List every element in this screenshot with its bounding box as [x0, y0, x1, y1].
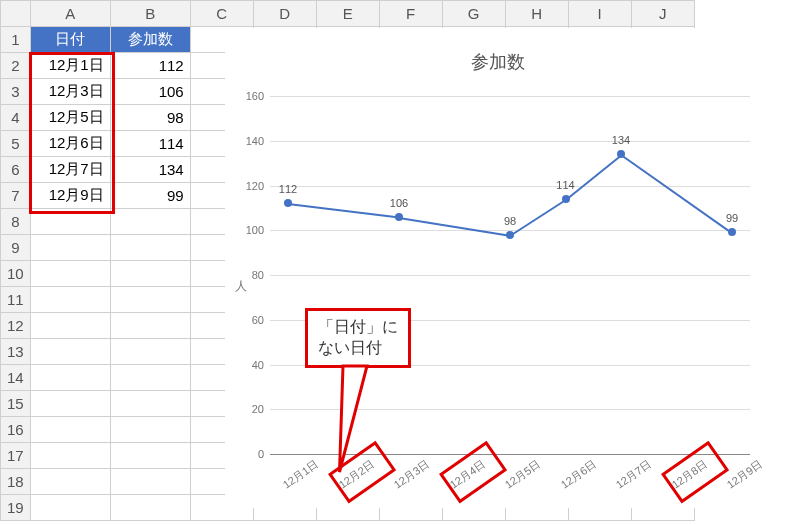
row-header[interactable]: 3 [1, 79, 31, 105]
date-cell[interactable]: 12月5日 [30, 105, 110, 131]
value-cell[interactable]: 112 [110, 53, 190, 79]
cell[interactable] [30, 443, 110, 469]
cell[interactable] [110, 339, 190, 365]
cell[interactable] [30, 313, 110, 339]
cell[interactable] [110, 235, 190, 261]
cell[interactable] [110, 495, 190, 521]
row-header[interactable]: 9 [1, 235, 31, 261]
header-cell-date[interactable]: 日付 [30, 27, 110, 53]
cell[interactable] [110, 443, 190, 469]
cell[interactable] [30, 235, 110, 261]
row-header[interactable]: 1 [1, 27, 31, 53]
col-header[interactable]: E [316, 1, 379, 27]
cell[interactable] [30, 495, 110, 521]
cell[interactable] [30, 417, 110, 443]
row-header[interactable]: 10 [1, 261, 31, 287]
cell[interactable] [30, 469, 110, 495]
value-cell[interactable]: 114 [110, 131, 190, 157]
date-cell[interactable]: 12月6日 [30, 131, 110, 157]
cell[interactable] [110, 313, 190, 339]
row-header[interactable]: 15 [1, 391, 31, 417]
row-header[interactable]: 4 [1, 105, 31, 131]
cell[interactable] [110, 391, 190, 417]
cell[interactable] [30, 287, 110, 313]
row-header[interactable]: 19 [1, 495, 31, 521]
row-header[interactable]: 6 [1, 157, 31, 183]
cell[interactable] [110, 287, 190, 313]
date-cell[interactable]: 12月9日 [30, 183, 110, 209]
row-header[interactable]: 17 [1, 443, 31, 469]
col-header[interactable]: H [505, 1, 568, 27]
col-header[interactable]: F [379, 1, 442, 27]
row-header[interactable]: 16 [1, 417, 31, 443]
col-header[interactable]: I [568, 1, 631, 27]
spreadsheet-window: ABCDEFGHIJ1日付参加数212月1日112312月3日106412月5日… [0, 0, 800, 524]
svg-marker-0 [340, 366, 368, 472]
row-header[interactable]: 14 [1, 365, 31, 391]
row-header[interactable]: 7 [1, 183, 31, 209]
col-header[interactable]: D [253, 1, 316, 27]
col-header[interactable]: A [30, 1, 110, 27]
row-header[interactable]: 2 [1, 53, 31, 79]
row-header[interactable]: 13 [1, 339, 31, 365]
cell[interactable] [30, 209, 110, 235]
cell[interactable] [30, 391, 110, 417]
date-cell[interactable]: 12月1日 [30, 53, 110, 79]
col-header[interactable]: G [442, 1, 505, 27]
row-header[interactable]: 12 [1, 313, 31, 339]
cell[interactable] [110, 261, 190, 287]
col-header[interactable]: J [631, 1, 694, 27]
row-header[interactable]: 8 [1, 209, 31, 235]
cell[interactable] [30, 365, 110, 391]
value-cell[interactable]: 106 [110, 79, 190, 105]
col-header[interactable]: B [110, 1, 190, 27]
callout-tail [225, 28, 800, 524]
header-cell-count[interactable]: 参加数 [110, 27, 190, 53]
cell[interactable] [110, 209, 190, 235]
cell[interactable] [30, 261, 110, 287]
value-cell[interactable]: 99 [110, 183, 190, 209]
cell[interactable] [110, 365, 190, 391]
cell[interactable] [110, 417, 190, 443]
date-cell[interactable]: 12月7日 [30, 157, 110, 183]
row-header[interactable]: 11 [1, 287, 31, 313]
date-cell[interactable]: 12月3日 [30, 79, 110, 105]
row-header[interactable]: 18 [1, 469, 31, 495]
col-header[interactable]: C [190, 1, 253, 27]
value-cell[interactable]: 134 [110, 157, 190, 183]
chart-container[interactable]: 参加数 人 02040608010012014016012月1日12月2日12月… [225, 28, 770, 508]
cell[interactable] [30, 339, 110, 365]
cell[interactable] [110, 469, 190, 495]
value-cell[interactable]: 98 [110, 105, 190, 131]
row-header[interactable]: 5 [1, 131, 31, 157]
